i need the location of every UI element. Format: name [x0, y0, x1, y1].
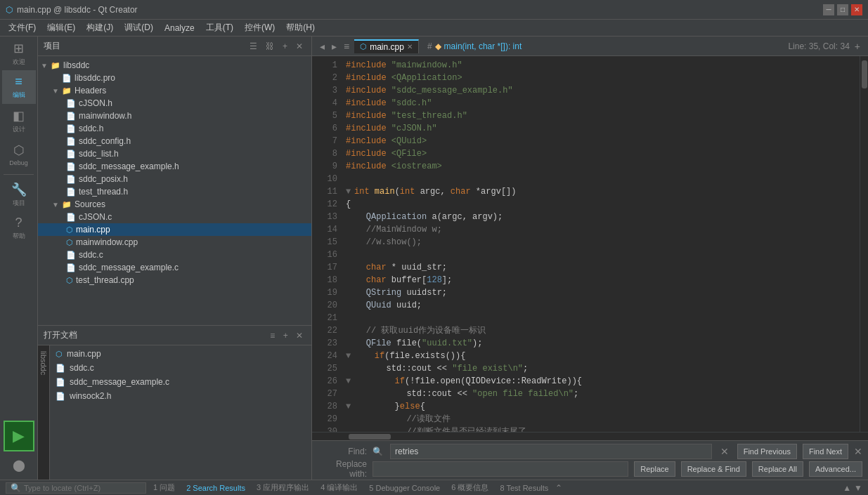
status-test-results[interactable]: 8 Test Results — [495, 484, 552, 492]
tab-close-icon[interactable]: ✕ — [407, 43, 413, 51]
sidebar-icon-project[interactable]: 🔧 项目 — [2, 178, 36, 211]
tree-item-main-cpp[interactable]: ⬡ main.cpp — [38, 223, 311, 236]
tree-item-sddc-message-c[interactable]: 📄 sddc_message_example.c — [38, 261, 311, 274]
breadcrumb: main(int, char *[]): int — [444, 41, 611, 51]
tree-item-cjson-c[interactable]: 📄 cJSON.c — [38, 211, 311, 223]
locate-input[interactable] — [24, 484, 141, 492]
nav-forward-button[interactable]: ▸ — [330, 41, 339, 52]
status-debugger-console[interactable]: 5 Debugger Console — [365, 484, 444, 492]
libsddc-tab[interactable]: libsddc — [38, 345, 50, 480]
sidebar-icon-debug[interactable]: ⬡ Debug — [2, 138, 36, 171]
code-content[interactable]: #include "mainwindow.h" #include <QAppli… — [340, 56, 860, 432]
editor-expand-button[interactable]: + — [853, 41, 862, 52]
doc-main-cpp-label: main.cpp — [67, 349, 101, 359]
filter-icon[interactable]: ☰ — [247, 40, 260, 53]
run-debug-button[interactable]: ⬤ — [4, 453, 34, 477]
nav-menu-button[interactable]: ≡ — [342, 41, 351, 52]
tree-sources-group[interactable]: ▼ 📁 Sources — [38, 198, 311, 211]
cjson-h-label: cJSON.h — [79, 98, 112, 108]
status-right-controls: ▲ ▼ — [843, 483, 862, 493]
open-docs-close-icon[interactable]: ✕ — [293, 329, 306, 342]
menu-debug[interactable]: 调试(D) — [119, 20, 159, 35]
status-search-results[interactable]: 2 Search Results — [182, 484, 250, 492]
status-nav-up[interactable]: ▲ — [843, 483, 851, 493]
title-text: main.cpp @ libsddc - Qt Creator — [17, 5, 138, 15]
grid-icon: ⊞ — [13, 41, 24, 56]
tree-item-libsddc-pro[interactable]: 📄 libsddc.pro — [38, 72, 311, 84]
find-close-button[interactable]: ✕ — [854, 446, 862, 457]
replace-all-button[interactable]: Replace All — [752, 461, 803, 477]
maximize-button[interactable]: □ — [837, 4, 848, 15]
status-summary[interactable]: 6 概要信息 — [447, 482, 493, 493]
locate-box[interactable]: 🔍 — [6, 482, 146, 494]
tree-item-sddc-c[interactable]: 📄 sddc.c — [38, 249, 311, 261]
menu-build[interactable]: 构建(J) — [81, 20, 119, 35]
c-file-icon3: 📄 — [66, 263, 76, 272]
vertical-scrollbar[interactable] — [860, 56, 868, 432]
tree-headers-group[interactable]: ▼ 📁 Headers — [38, 84, 311, 97]
tree-item-sddc-h[interactable]: 📄 sddc.h — [38, 122, 311, 135]
find-clear-button[interactable]: ✕ — [718, 446, 732, 457]
sidebar-icon-help[interactable]: ? 帮助 — [2, 211, 36, 245]
close-panel-icon[interactable]: ✕ — [293, 40, 306, 53]
sources-label: Sources — [75, 199, 105, 209]
c-doc-icon1: 📄 — [56, 364, 65, 373]
tree-item-mainwindow-cpp[interactable]: ⬡ mainwindow.cpp — [38, 236, 311, 249]
replace-find-button[interactable]: Replace & Find — [681, 461, 746, 477]
doc-item-main-cpp[interactable]: ⬡ main.cpp — [50, 347, 311, 361]
minimize-button[interactable]: ─ — [823, 4, 834, 15]
find-next-button[interactable]: Find Next — [803, 444, 848, 459]
close-button[interactable]: ✕ — [851, 4, 862, 15]
doc-item-sddc-message-c[interactable]: 📄 sddc_message_example.c — [50, 375, 311, 389]
menu-file[interactable]: 文件(F) — [3, 20, 41, 35]
test-thread-h-label: test_thread.h — [79, 187, 128, 197]
nav-back-button[interactable]: ◂ — [318, 41, 327, 52]
doc-item-sddc-c[interactable]: 📄 sddc.c — [50, 361, 311, 375]
open-docs-menu-icon[interactable]: ≡ — [267, 329, 278, 342]
menu-analyze[interactable]: Analyze — [159, 22, 200, 34]
run-section: ▶ ⬤ — [4, 421, 34, 480]
sidebar-icon-welcome[interactable]: ⊞ 欢迎 — [2, 37, 36, 70]
sidebar-icon-edit[interactable]: ≡ 编辑 — [2, 70, 36, 104]
main-cpp-label: main.cpp — [76, 225, 110, 235]
hash-icon: # — [427, 41, 432, 51]
tree-item-sddc-list-h[interactable]: 📄 sddc_list.h — [38, 147, 311, 160]
line-numbers: 12345 678910 1112131415 1617181920 21222… — [312, 56, 340, 432]
status-app-output[interactable]: 3 应用程序输出 — [252, 482, 313, 493]
tree-item-mainwindow-h[interactable]: 📄 mainwindow.h — [38, 110, 311, 122]
menu-tools[interactable]: 工具(T) — [200, 20, 239, 35]
advanced-button[interactable]: Advanced... — [809, 461, 862, 477]
tree-item-sddc-posix-h[interactable]: 📄 sddc_posix.h — [38, 173, 311, 185]
tree-item-sddc-config-h[interactable]: 📄 sddc_config.h — [38, 135, 311, 147]
find-previous-button[interactable]: Find Previous — [737, 444, 797, 459]
menu-edit[interactable]: 编辑(E) — [41, 20, 81, 35]
open-docs-add-icon[interactable]: + — [280, 329, 291, 342]
sidebar-icon-design[interactable]: ◧ 设计 — [2, 104, 36, 138]
status-compile-output[interactable]: 4 编译输出 — [316, 482, 362, 493]
tree-item-sddc-message-h[interactable]: 📄 sddc_message_example.h — [38, 160, 311, 173]
replace-button[interactable]: Replace — [634, 461, 675, 477]
tree-item-test-thread-h[interactable]: 📄 test_thread.h — [38, 185, 311, 198]
sddc-posix-h-label: sddc_posix.h — [79, 174, 128, 184]
tree-item-test-thread-cpp[interactable]: ⬡ test_thread.cpp — [38, 274, 311, 286]
h-file-icon5: 📄 — [66, 150, 76, 159]
tree-root-libsddc[interactable]: ▼ 📁 libsddc — [38, 59, 311, 72]
editor-tab-main-cpp[interactable]: ⬡ main.cpp ✕ — [354, 39, 419, 53]
menu-controls[interactable]: 控件(W) — [239, 20, 280, 35]
find-input[interactable] — [390, 444, 712, 459]
project-panel-title: 项目 — [44, 40, 247, 52]
h-file-icon6: 📄 — [66, 162, 76, 171]
run-play-button[interactable]: ▶ — [4, 421, 34, 451]
add-icon[interactable]: + — [280, 40, 290, 53]
doc-item-winsock2-h[interactable]: 📄 winsock2.h — [50, 389, 311, 403]
status-nav-down[interactable]: ▼ — [854, 483, 862, 493]
menu-help[interactable]: 帮助(H) — [280, 20, 320, 35]
link-icon[interactable]: ⛓ — [263, 40, 277, 53]
horizontal-scrollbar[interactable] — [312, 432, 868, 440]
file-tree: ▼ 📁 libsddc 📄 libsddc.pro ▼ 📁 Headers 📄 — [38, 56, 311, 325]
mainwindow-h-label: mainwindow.h — [79, 111, 131, 121]
status-expand-icon[interactable]: ⌃ — [555, 483, 562, 493]
tree-item-cjson-h[interactable]: 📄 cJSON.h — [38, 97, 311, 110]
status-problems[interactable]: 1 问题 — [149, 482, 179, 493]
replace-input[interactable] — [373, 461, 628, 477]
